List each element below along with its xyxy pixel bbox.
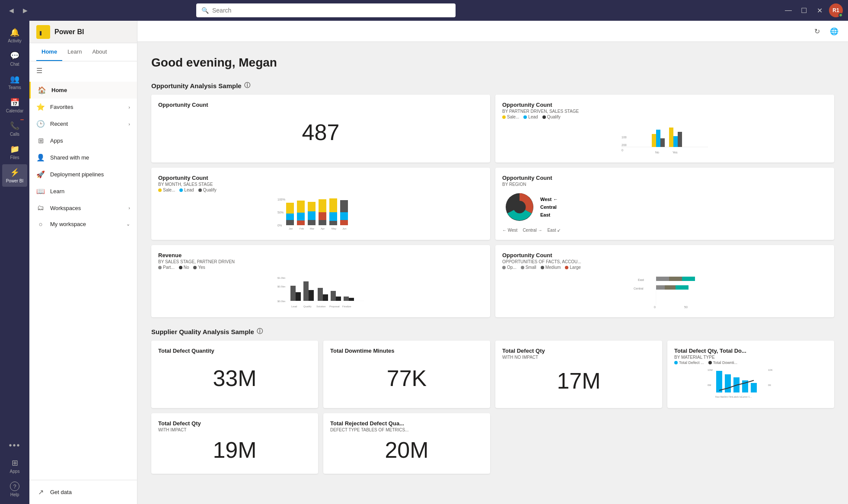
- opportunity-info-icon[interactable]: ⓘ: [244, 82, 250, 89]
- card-opp-count-month[interactable]: Opportunity Count BY MONTH, SALES STAGE …: [151, 168, 490, 240]
- tab-home[interactable]: Home: [36, 43, 62, 61]
- greeting-text: Good evening,: [151, 56, 239, 69]
- legend-item: Total Defect ...: [674, 360, 704, 365]
- globe-button[interactable]: 🌐: [827, 24, 841, 38]
- minimize-button[interactable]: —: [782, 4, 794, 16]
- sidebar-item-teams[interactable]: 👥 Teams: [2, 71, 27, 93]
- sidebar-item-powerbi[interactable]: ⚡ Power BI: [2, 164, 27, 187]
- sidebar-item-calendar[interactable]: 📅 Calendar: [2, 94, 27, 117]
- menu-item-home[interactable]: 🏠 Home: [29, 82, 137, 99]
- chart-area: 50 0 East Central: [502, 271, 827, 310]
- calls-label: Calls: [10, 132, 19, 137]
- chart-area: West← Central East ← West Central → East…: [502, 188, 827, 233]
- card-opp-count[interactable]: Opportunity Count 487: [151, 95, 490, 163]
- legend-item: Sale...: [502, 115, 519, 119]
- sidebar-item-chat[interactable]: 💬 Chat: [2, 48, 27, 70]
- apps-icon: ⊞: [12, 458, 18, 468]
- menu-item-deployment[interactable]: 🚀 Deployment pipelines: [29, 166, 137, 183]
- menu-recent-label: Recent: [50, 121, 68, 127]
- svg-rect-49: [296, 292, 301, 301]
- sidebar-item-calls[interactable]: 📞 Calls: [2, 118, 27, 140]
- card-rejected-defect[interactable]: Total Rejected Defect Qua... DEFECT TYPE…: [323, 413, 490, 474]
- card-defect-impact[interactable]: Total Defect Qty WITH IMPACT 19M: [151, 413, 318, 474]
- svg-rect-31: [319, 212, 326, 220]
- maximize-button[interactable]: ☐: [798, 4, 810, 16]
- svg-text:0: 0: [654, 306, 656, 309]
- svg-rect-39: [340, 212, 348, 220]
- refresh-button[interactable]: ↻: [810, 24, 824, 38]
- card-revenue[interactable]: Revenue BY SALES STAGE, PARTNER DRIVEN P…: [151, 245, 490, 317]
- teams-icon: 👥: [10, 74, 19, 84]
- card-title: Total Defect Qty: [158, 420, 311, 427]
- card-title: Opportunity Count: [158, 102, 483, 108]
- menu-shared-label: Shared with me: [50, 154, 89, 161]
- svg-rect-9: [660, 138, 665, 147]
- menu-myworkspace-label: My workspace: [50, 221, 86, 227]
- activity-icon: 🔔: [10, 28, 19, 37]
- tab-learn[interactable]: Learn: [62, 43, 87, 61]
- svg-rect-23: [297, 213, 305, 220]
- myworkspace-icon: ○: [36, 220, 45, 228]
- chart-area: 100% 50% 0% Jan: [158, 194, 483, 233]
- hamburger-button[interactable]: ☰: [29, 61, 137, 80]
- back-button[interactable]: ◀: [5, 4, 17, 16]
- menu-item-apps[interactable]: ⊞ Apps: [29, 132, 137, 149]
- svg-text:Mar: Mar: [310, 227, 314, 230]
- card-opp-count-facts[interactable]: Opportunity Count OPPORTUNITIES OF FACTS…: [495, 245, 834, 317]
- svg-text:50%: 50%: [277, 211, 284, 214]
- card-title: Total Defect Quantity: [158, 348, 311, 354]
- legend-item: Op...: [502, 265, 516, 270]
- card-defect-material[interactable]: Total Defect Qty, Total Do... BY MATERIA…: [667, 341, 834, 408]
- sidebar-item-files[interactable]: 📁 Files: [2, 141, 27, 163]
- powerbi-label: Power BI: [6, 179, 24, 183]
- card-total-downtime[interactable]: Total Downtime Minutes 77K: [323, 341, 490, 408]
- menu-item-favorites[interactable]: ⭐ Favorites ›: [29, 99, 137, 115]
- card-opp-count-partner[interactable]: Opportunity Count BY PARTNER DRIVEN, SAL…: [495, 95, 834, 163]
- avatar[interactable]: R1: [829, 3, 843, 17]
- forward-button[interactable]: ▶: [19, 4, 31, 16]
- menu-item-recent[interactable]: 🕒 Recent ›: [29, 115, 137, 132]
- more-icon: •••: [9, 440, 20, 450]
- svg-text:0K: 0K: [768, 384, 771, 386]
- chart-area: 200 100 0: [502, 121, 827, 156]
- supplier-section: Supplier Quality Analysis Sample ⓘ Total…: [151, 328, 834, 474]
- sidebar-item-help[interactable]: ? Help: [2, 478, 27, 501]
- card-title: Total Downtime Minutes: [330, 348, 483, 354]
- search-icon: 🔍: [201, 7, 209, 14]
- big-number-20m: 20M: [330, 433, 483, 467]
- tab-about[interactable]: About: [87, 43, 112, 61]
- svg-rect-57: [331, 291, 336, 301]
- svg-text:Jun: Jun: [342, 227, 347, 230]
- help-icon: ?: [10, 482, 19, 491]
- menu-item-shared[interactable]: 👤 Shared with me: [29, 149, 137, 166]
- svg-text:Solution: Solution: [316, 305, 326, 308]
- sidebar-item-apps[interactable]: ⊞ Apps: [2, 455, 27, 477]
- svg-rect-60: [344, 297, 349, 301]
- big-number-19m: 19M: [158, 433, 311, 467]
- card-opp-count-region[interactable]: Opportunity Count BY REGION: [495, 168, 834, 240]
- search-input[interactable]: [212, 7, 450, 14]
- card-defect-no-impact[interactable]: Total Defect Qty WITH NO IMPACT 17M: [495, 341, 662, 408]
- legend-central: Central: [540, 204, 558, 210]
- menu-item-workspaces[interactable]: 🗂 Workspaces ›: [29, 200, 137, 216]
- chat-icon: 💬: [10, 51, 19, 61]
- supplier-section-title: Supplier Quality Analysis Sample ⓘ: [151, 328, 834, 335]
- svg-text:$0.5bn: $0.5bn: [277, 285, 285, 288]
- card-subtitle: BY SALES STAGE, PARTNER DRIVEN: [158, 259, 483, 264]
- svg-text:Finalize: Finalize: [342, 305, 351, 308]
- card-total-defect[interactable]: Total Defect Quantity 33M: [151, 341, 318, 408]
- supplier-info-icon[interactable]: ⓘ: [257, 328, 263, 335]
- legend-item: Total Downti...: [708, 360, 738, 365]
- menu-item-learn[interactable]: 📖 Learn: [29, 183, 137, 200]
- menu-item-myworkspace[interactable]: ○ My workspace ⌄: [29, 216, 137, 232]
- big-number-17m: 17M: [502, 360, 655, 401]
- sidebar-item-activity[interactable]: 🔔 Activity: [2, 24, 27, 47]
- svg-rect-28: [308, 220, 316, 225]
- menu-item-getdata[interactable]: ↗ Get data: [29, 484, 137, 501]
- svg-text:50: 50: [684, 306, 688, 309]
- teams-sidebar: 🔔 Activity 💬 Chat 👥 Teams 📅 Calendar 📞 C…: [0, 21, 29, 504]
- files-label: Files: [10, 155, 19, 160]
- close-button[interactable]: ✕: [813, 4, 826, 16]
- sidebar-item-more[interactable]: •••: [2, 437, 27, 454]
- chart-area: 10K 10M 0M 0K: [674, 367, 827, 401]
